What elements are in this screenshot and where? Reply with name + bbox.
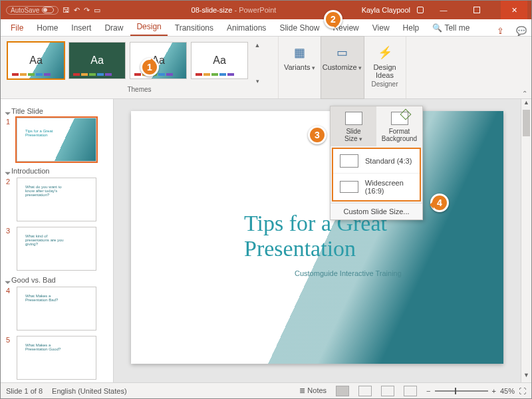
theme-item[interactable]: Aa — [68, 42, 126, 79]
tab-animations[interactable]: Animations — [221, 21, 272, 36]
themes-more-icon[interactable]: ▾ — [252, 78, 263, 84]
scroll-down-icon[interactable]: ▼ — [521, 372, 531, 382]
thumbnail-slide-3[interactable]: What kind of presentations are you givin… — [17, 227, 96, 271]
tab-insert[interactable]: Insert — [65, 21, 97, 36]
customize-button[interactable]: ▭ Customize — [321, 37, 364, 98]
fit-to-window-icon[interactable]: ⛶ — [519, 387, 526, 395]
share-button[interactable]: ⇪ — [490, 26, 510, 36]
normal-view-icon[interactable] — [336, 386, 349, 396]
slide-position: Slide 1 of 8 — [6, 387, 43, 395]
theme-item[interactable]: Aa — [191, 42, 248, 79]
zoom-level[interactable]: 45% — [500, 387, 515, 395]
section-header[interactable]: Introduction — [6, 167, 108, 175]
start-from-beginning-icon[interactable]: ▭ — [94, 6, 100, 15]
design-ideas-button[interactable]: Design Ideas — [373, 63, 396, 79]
slideshow-view-icon[interactable] — [404, 386, 417, 396]
slide-thumbnails-pane[interactable]: Title Slide 1Tips for a Great Presentati… — [1, 99, 114, 382]
annotation-callout: 2 — [324, 10, 342, 29]
ribbon-design: Aa Aa Aa Aa ▲ ▾ Themes ▦ Variants ▭ Cust… — [1, 37, 531, 99]
tell-me[interactable]: 🔍 Tell me — [426, 21, 475, 36]
maximize-button[interactable] — [464, 1, 490, 19]
collapse-ribbon-icon[interactable]: ⌃ — [522, 90, 527, 97]
thumbnail-slide-4[interactable]: What Makes a Presentation Bad? — [17, 287, 96, 331]
close-button[interactable]: ✕ — [501, 1, 527, 19]
zoom-control[interactable]: − + 45% ⛶ — [426, 387, 526, 395]
notes-button[interactable]: ≣ Notes — [299, 386, 327, 395]
slide-size-widescreen[interactable]: Widescreen (16:9) — [333, 174, 420, 200]
slide-size-standard[interactable]: Standard (4:3) — [333, 149, 420, 174]
section-header[interactable]: Good vs. Bad — [6, 276, 108, 284]
ribbon-display-icon[interactable] — [417, 7, 424, 13]
thumbnail-slide-2[interactable]: What do you want to know after today's p… — [17, 178, 96, 221]
ribbon-tabs: File Home Insert Draw Design Transitions… — [1, 19, 531, 37]
variants-icon: ▦ — [289, 42, 311, 63]
format-background-icon — [391, 112, 408, 125]
section-header[interactable]: Title Slide — [6, 107, 108, 115]
custom-slide-size[interactable]: Custom Slide Size... — [331, 203, 422, 219]
slide-size-icon — [345, 112, 362, 125]
thumbnail-slide-5[interactable]: What Makes a Presentation Good? — [17, 336, 96, 380]
autosave-toggle[interactable]: AutoSave — [6, 6, 59, 15]
thumbnail-slide-1[interactable]: Tips for a Great Presentation — [17, 118, 96, 162]
tab-draw[interactable]: Draw — [98, 21, 129, 36]
theme-item[interactable]: Aa — [130, 42, 187, 79]
user-name: Kayla Claypool — [362, 6, 410, 14]
zoom-in-icon[interactable]: + — [492, 387, 496, 395]
slide-size-button[interactable]: Slide Size — [331, 106, 376, 146]
zoom-out-icon[interactable]: − — [426, 387, 430, 395]
customize-dropdown: Slide Size Format Background Standard (4… — [330, 106, 423, 220]
themes-scroll-up-icon[interactable]: ▲ — [252, 42, 263, 49]
save-icon[interactable]: 🖫 — [63, 6, 70, 14]
tab-home[interactable]: Home — [31, 21, 64, 36]
language-status[interactable]: English (United States) — [52, 387, 127, 395]
tab-slideshow[interactable]: Slide Show — [273, 21, 325, 36]
annotation-callout: 1 — [140, 58, 159, 76]
theme-item[interactable]: Aa — [7, 42, 65, 79]
tab-view[interactable]: View — [366, 21, 396, 36]
variants-button[interactable]: ▦ Variants — [279, 37, 321, 98]
design-ideas-icon: ⚡ — [374, 42, 396, 63]
designer-group: ⚡ Design Ideas Designer — [364, 37, 406, 98]
redo-icon[interactable]: ↷ — [84, 6, 90, 15]
reading-view-icon[interactable] — [381, 386, 394, 396]
tab-transitions[interactable]: Transitions — [169, 21, 219, 36]
themes-group: Aa Aa Aa Aa ▲ ▾ Themes — [1, 37, 279, 98]
annotation-callout: 3 — [308, 126, 327, 144]
scroll-handle[interactable] — [523, 110, 530, 136]
title-bar: AutoSave 🖫 ↶ ↷ ▭ 08-slide-size - PowerPo… — [1, 1, 531, 19]
comments-button[interactable]: 💬 — [511, 26, 531, 36]
status-bar: Slide 1 of 8 English (United States) ≣ N… — [1, 382, 531, 398]
slide-size-menu: Standard (4:3) Widescreen (16:9) — [332, 148, 421, 201]
tab-help[interactable]: Help — [397, 21, 426, 36]
annotation-callout: 4 — [430, 194, 449, 212]
vertical-scrollbar[interactable]: ▲ ▼ — [521, 99, 531, 382]
tab-file[interactable]: File — [5, 21, 29, 36]
minimize-button[interactable]: — — [430, 1, 457, 19]
format-background-button[interactable]: Format Background — [376, 106, 422, 146]
slide-sorter-view-icon[interactable] — [358, 386, 372, 396]
slide-subtitle[interactable]: Customguide Interactive Training — [295, 269, 402, 277]
undo-icon[interactable]: ↶ — [74, 6, 80, 15]
slide[interactable]: Tips for a Great Presentation Customguid… — [131, 111, 503, 364]
themes-label: Themes — [1, 84, 278, 95]
customize-icon: ▭ — [332, 42, 353, 63]
tab-design[interactable]: Design — [130, 19, 167, 36]
scroll-up-icon[interactable]: ▲ — [521, 99, 531, 110]
window-title: 08-slide-size - PowerPoint — [106, 6, 361, 14]
zoom-slider[interactable] — [435, 390, 488, 392]
workspace: Title Slide 1Tips for a Great Presentati… — [1, 99, 531, 382]
